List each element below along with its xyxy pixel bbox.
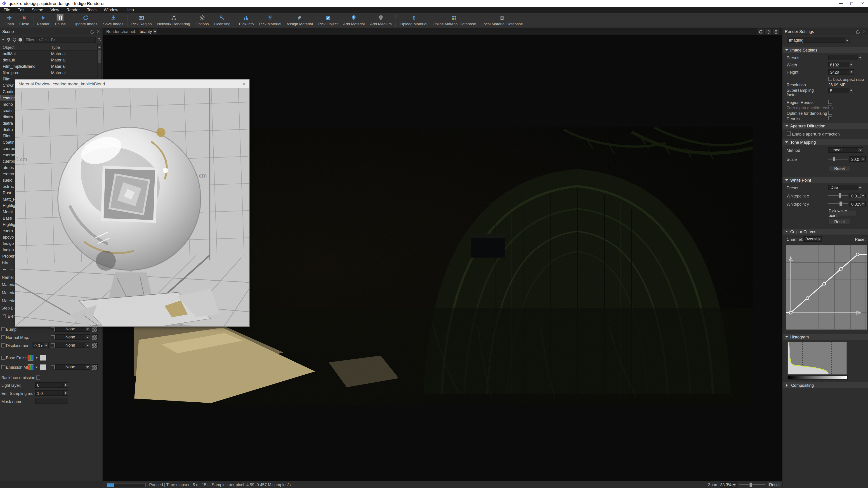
maximize-button[interactable]: ▢	[846, 0, 857, 7]
scrollbar-thumb[interactable]	[98, 50, 101, 63]
close-panel-icon[interactable]: ✕	[862, 29, 866, 34]
zoom-reset-button[interactable]: Reset	[768, 482, 781, 488]
back-arrow-icon[interactable]: ←	[2, 266, 7, 271]
section-histogram[interactable]: Histogram	[782, 334, 868, 340]
bump-map-dropdown[interactable]: None	[55, 326, 90, 332]
emission-mult-swatch[interactable]	[40, 364, 46, 370]
close-panel-icon[interactable]: ✕	[96, 29, 100, 34]
spinner-arrows[interactable]	[849, 88, 854, 93]
emission-mult-checkbox[interactable]	[1, 365, 5, 369]
scale-slider[interactable]	[828, 156, 848, 162]
close-icon[interactable]: ✕	[242, 81, 246, 86]
column-object[interactable]: Object	[3, 45, 14, 50]
lock-aspect-checkbox[interactable]	[828, 77, 832, 81]
pick-white-point-button[interactable]: Pick white point	[828, 210, 857, 216]
filter-mediums-icon[interactable]	[12, 37, 17, 42]
render-channel-dropdown[interactable]: beauty	[139, 29, 158, 34]
spinner-arrows[interactable]	[44, 343, 49, 348]
channel-dropdown[interactable]: Overall	[803, 236, 822, 242]
optimise-denoising-checkbox[interactable]	[828, 111, 832, 115]
section-tone-mapping[interactable]: Tone Mapping	[782, 139, 868, 145]
filter-objects-cube-icon[interactable]	[18, 37, 23, 42]
material-preview-titlebar[interactable]: Material Preview: coating moho_implicitB…	[16, 79, 249, 88]
zoom-level-dropdown[interactable]: 33.3%	[720, 482, 737, 488]
whitepoint-x-slider[interactable]	[828, 193, 848, 198]
scrollbar-up-arrow[interactable]	[98, 45, 101, 49]
displacement-checkbox[interactable]	[1, 344, 5, 348]
enable-aperture-checkbox[interactable]	[786, 131, 791, 135]
normal-map-dropdown[interactable]: None	[55, 334, 90, 340]
close-scene-button[interactable]: Close	[17, 13, 32, 27]
menu-item[interactable]: File	[0, 7, 14, 12]
tonemapping-method-dropdown[interactable]: Linear	[828, 147, 863, 153]
menu-item[interactable]: Render	[63, 7, 84, 12]
pick-info-button[interactable]: Pick Info	[236, 13, 256, 27]
rgb-colour-icon[interactable]	[28, 355, 33, 361]
online-material-database-button[interactable]: Online Material Database	[430, 13, 479, 27]
table-row[interactable]: film_prec Material	[0, 70, 103, 76]
curves-reset-button[interactable]: Reset	[855, 237, 866, 242]
pick-object-button[interactable]: Pick Object	[315, 13, 340, 27]
bump-checkbox[interactable]	[1, 327, 5, 331]
displacement-map-checkbox[interactable]	[51, 344, 55, 348]
spinner-arrows[interactable]	[849, 70, 854, 74]
spinner-arrows[interactable]	[861, 193, 865, 198]
table-row[interactable]: default Material	[0, 57, 103, 63]
section-aperture-diffraction[interactable]: Aperture Diffraction	[782, 123, 868, 129]
supersampling-spinner[interactable]: 5	[828, 88, 854, 93]
table-row[interactable]: Film_implicitBlend Material	[0, 63, 103, 70]
normal-map-map-checkbox[interactable]	[51, 335, 55, 339]
fit-view-button[interactable]	[773, 29, 779, 35]
spinner-arrows[interactable]	[63, 391, 68, 395]
mask-name-field[interactable]	[35, 398, 68, 404]
section-image-settings[interactable]: Image Settings	[782, 47, 868, 53]
chevron-down-icon[interactable]	[35, 356, 38, 360]
spinner-arrows[interactable]	[849, 62, 854, 67]
chevron-down-icon[interactable]	[35, 365, 38, 369]
material-preview-window[interactable]: Material Preview: coating moho_implicitB…	[16, 79, 249, 326]
pan-view-button[interactable]	[765, 29, 772, 35]
blend-checkbox[interactable]	[2, 314, 6, 318]
rgb-colour-icon[interactable]	[28, 364, 33, 371]
whitepoint-x-spinner[interactable]: 0,3127	[849, 193, 866, 198]
pick-region-button[interactable]: Pick Region	[129, 13, 155, 27]
open-button[interactable]: Open	[2, 13, 17, 27]
menu-item[interactable]: Scene	[28, 7, 47, 12]
scene-filter-input[interactable]	[24, 36, 96, 43]
menu-item[interactable]: Window	[100, 7, 122, 12]
chevron-down-icon[interactable]	[1, 38, 5, 41]
tonemapping-reset-button[interactable]: Reset	[828, 165, 851, 171]
upload-material-button[interactable]: Upload Material	[398, 13, 430, 27]
bump-map-checkbox[interactable]	[51, 327, 55, 331]
menu-item[interactable]: Edit	[14, 7, 28, 12]
light-layer-spinner[interactable]: 0	[35, 382, 68, 388]
height-spinner[interactable]: 3429	[828, 69, 854, 74]
displacement-map-dropdown[interactable]: None	[55, 343, 90, 348]
render-button[interactable]: Render	[34, 13, 52, 27]
save-image-button[interactable]: Save Image	[100, 13, 126, 27]
presets-dropdown[interactable]	[828, 55, 863, 60]
options-button[interactable]: Options	[193, 13, 212, 27]
pause-button[interactable]: Pause	[52, 13, 68, 27]
menu-item[interactable]: View	[47, 7, 63, 12]
base-emission-checkbox[interactable]	[1, 356, 5, 360]
add-medium-button[interactable]: Add Medium	[368, 13, 395, 27]
spinner-arrows[interactable]	[861, 157, 865, 161]
bump-texture-button[interactable]	[92, 326, 98, 332]
assign-material-button[interactable]: Assign Material	[284, 13, 315, 27]
em-sampling-spinner[interactable]: 1,0	[35, 390, 68, 396]
minimize-button[interactable]: —	[835, 0, 846, 7]
forward-arrow-icon[interactable]: →	[9, 266, 14, 271]
colour-curve-editor[interactable]	[786, 245, 867, 330]
normal-map-checkbox[interactable]	[1, 335, 5, 339]
scale-spinner[interactable]: 20,0	[849, 156, 866, 162]
whitepoint-reset-button[interactable]: Reset	[828, 219, 851, 225]
backface-emission-checkbox[interactable]	[36, 376, 40, 380]
emission-mult-texture-button[interactable]	[92, 364, 98, 370]
whitepoint-y-slider[interactable]	[828, 201, 848, 206]
section-compositing[interactable]: Compositing	[782, 382, 868, 388]
region-render-checkbox[interactable]	[828, 100, 832, 104]
displacement-texture-button[interactable]	[92, 343, 98, 348]
float-panel-icon[interactable]	[91, 30, 95, 34]
whitepoint-y-spinner[interactable]: 0,3290	[849, 201, 866, 206]
